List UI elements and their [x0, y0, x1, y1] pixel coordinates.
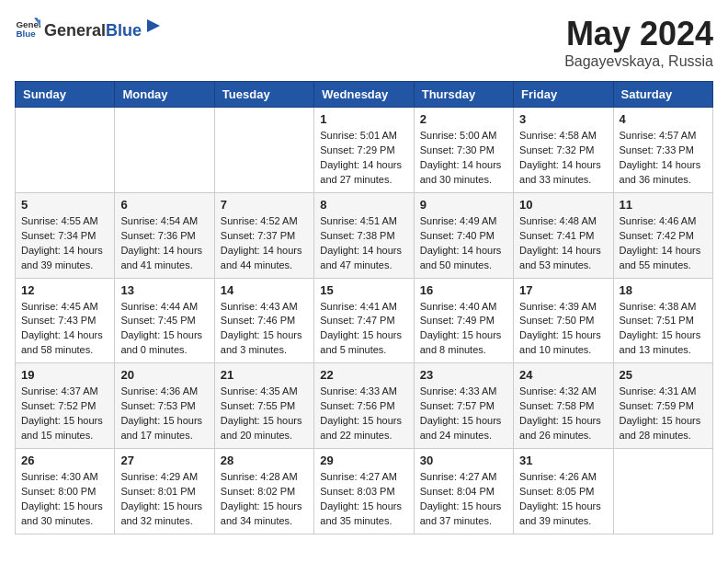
- calendar-cell: [115, 108, 214, 193]
- calendar-cell: 13Sunrise: 4:44 AM Sunset: 7:45 PM Dayli…: [115, 278, 214, 363]
- cell-details: Sunrise: 4:44 AM Sunset: 7:45 PM Dayligh…: [120, 300, 208, 359]
- day-number: 2: [420, 112, 507, 126]
- day-number: 28: [221, 454, 308, 467]
- logo-blue-text: Blue: [106, 21, 142, 40]
- day-number: 13: [120, 283, 208, 297]
- calendar-cell: [16, 108, 115, 193]
- svg-marker-4: [147, 19, 160, 32]
- day-number: 26: [21, 454, 108, 467]
- day-number: 23: [420, 368, 507, 382]
- weekday-header-wednesday: Wednesday: [314, 82, 414, 108]
- cell-details: Sunrise: 4:40 AM Sunset: 7:49 PM Dayligh…: [420, 300, 507, 359]
- weekday-header-monday: Monday: [115, 82, 214, 108]
- day-number: 4: [620, 112, 707, 126]
- day-number: 6: [120, 198, 208, 212]
- cell-details: Sunrise: 4:57 AM Sunset: 7:33 PM Dayligh…: [620, 129, 707, 188]
- cell-details: Sunrise: 4:38 AM Sunset: 7:51 PM Dayligh…: [620, 300, 707, 359]
- cell-details: Sunrise: 4:55 AM Sunset: 7:34 PM Dayligh…: [21, 214, 108, 273]
- day-number: 21: [221, 368, 308, 382]
- calendar-week-row: 5Sunrise: 4:55 AM Sunset: 7:34 PM Daylig…: [16, 192, 713, 278]
- calendar-cell: 30Sunrise: 4:27 AM Sunset: 8:04 PM Dayli…: [414, 449, 513, 534]
- calendar-cell: 21Sunrise: 4:35 AM Sunset: 7:55 PM Dayli…: [214, 363, 313, 449]
- calendar-cell: 17Sunrise: 4:39 AM Sunset: 7:50 PM Dayli…: [514, 278, 613, 363]
- day-number: 27: [120, 454, 208, 467]
- cell-details: Sunrise: 4:27 AM Sunset: 8:03 PM Dayligh…: [320, 470, 407, 529]
- day-number: 14: [221, 283, 308, 297]
- day-number: 9: [420, 198, 507, 212]
- calendar-cell: 1Sunrise: 5:01 AM Sunset: 7:29 PM Daylig…: [314, 108, 414, 193]
- day-number: 7: [221, 198, 308, 212]
- cell-details: Sunrise: 4:30 AM Sunset: 8:00 PM Dayligh…: [21, 470, 108, 529]
- day-number: 20: [120, 368, 208, 382]
- calendar-title: May 2024: [564, 15, 713, 53]
- day-number: 29: [320, 454, 407, 467]
- logo-icon: General Blue: [15, 15, 40, 40]
- cell-details: Sunrise: 4:29 AM Sunset: 8:01 PM Dayligh…: [120, 470, 208, 529]
- day-number: 3: [519, 112, 607, 126]
- calendar-cell: 4Sunrise: 4:57 AM Sunset: 7:33 PM Daylig…: [613, 108, 712, 193]
- weekday-header-thursday: Thursday: [414, 82, 513, 108]
- calendar-cell: 26Sunrise: 4:30 AM Sunset: 8:00 PM Dayli…: [16, 449, 115, 534]
- svg-text:Blue: Blue: [16, 29, 36, 39]
- calendar-cell: 20Sunrise: 4:36 AM Sunset: 7:53 PM Dayli…: [115, 363, 214, 449]
- calendar-cell: 22Sunrise: 4:33 AM Sunset: 7:56 PM Dayli…: [314, 363, 414, 449]
- day-number: 18: [620, 283, 707, 297]
- calendar-cell: 8Sunrise: 4:51 AM Sunset: 7:38 PM Daylig…: [314, 192, 414, 278]
- calendar-cell: 11Sunrise: 4:46 AM Sunset: 7:42 PM Dayli…: [613, 192, 712, 278]
- calendar-cell: 3Sunrise: 4:58 AM Sunset: 7:32 PM Daylig…: [514, 108, 613, 193]
- day-number: 5: [21, 198, 108, 212]
- day-number: 12: [21, 283, 108, 297]
- calendar-table: SundayMondayTuesdayWednesdayThursdayFrid…: [15, 81, 713, 534]
- logo: General Blue General Blue: [15, 15, 164, 40]
- calendar-cell: 31Sunrise: 4:26 AM Sunset: 8:05 PM Dayli…: [514, 449, 613, 534]
- calendar-cell: 14Sunrise: 4:43 AM Sunset: 7:46 PM Dayli…: [214, 278, 313, 363]
- calendar-cell: [613, 449, 712, 534]
- day-number: 1: [320, 112, 407, 126]
- cell-details: Sunrise: 4:27 AM Sunset: 8:04 PM Dayligh…: [420, 470, 507, 529]
- weekday-header-tuesday: Tuesday: [214, 82, 313, 108]
- day-number: 30: [420, 454, 507, 467]
- cell-details: Sunrise: 5:01 AM Sunset: 7:29 PM Dayligh…: [320, 129, 407, 188]
- calendar-week-row: 19Sunrise: 4:37 AM Sunset: 7:52 PM Dayli…: [16, 363, 713, 449]
- calendar-cell: 16Sunrise: 4:40 AM Sunset: 7:49 PM Dayli…: [414, 278, 513, 363]
- day-number: 16: [420, 283, 507, 297]
- logo-general-text: General: [44, 21, 106, 40]
- cell-details: Sunrise: 5:00 AM Sunset: 7:30 PM Dayligh…: [420, 129, 507, 188]
- day-number: 10: [519, 198, 607, 212]
- cell-details: Sunrise: 4:31 AM Sunset: 7:59 PM Dayligh…: [620, 385, 707, 443]
- calendar-cell: 12Sunrise: 4:45 AM Sunset: 7:43 PM Dayli…: [16, 278, 115, 363]
- weekday-header-friday: Friday: [514, 82, 613, 108]
- cell-details: Sunrise: 4:35 AM Sunset: 7:55 PM Dayligh…: [221, 385, 308, 443]
- calendar-week-row: 26Sunrise: 4:30 AM Sunset: 8:00 PM Dayli…: [16, 449, 713, 534]
- calendar-cell: 29Sunrise: 4:27 AM Sunset: 8:03 PM Dayli…: [314, 449, 414, 534]
- calendar-cell: 23Sunrise: 4:33 AM Sunset: 7:57 PM Dayli…: [414, 363, 513, 449]
- logo-arrow-icon: [143, 16, 164, 36]
- day-number: 11: [620, 198, 707, 212]
- calendar-week-row: 1Sunrise: 5:01 AM Sunset: 7:29 PM Daylig…: [16, 108, 713, 193]
- calendar-cell: 7Sunrise: 4:52 AM Sunset: 7:37 PM Daylig…: [214, 192, 313, 278]
- cell-details: Sunrise: 4:48 AM Sunset: 7:41 PM Dayligh…: [519, 214, 607, 273]
- cell-details: Sunrise: 4:46 AM Sunset: 7:42 PM Dayligh…: [620, 214, 707, 273]
- cell-details: Sunrise: 4:28 AM Sunset: 8:02 PM Dayligh…: [221, 470, 308, 529]
- cell-details: Sunrise: 4:41 AM Sunset: 7:47 PM Dayligh…: [320, 300, 407, 359]
- cell-details: Sunrise: 4:54 AM Sunset: 7:36 PM Dayligh…: [120, 214, 208, 273]
- day-number: 17: [519, 283, 607, 297]
- day-number: 31: [519, 454, 607, 467]
- calendar-week-row: 12Sunrise: 4:45 AM Sunset: 7:43 PM Dayli…: [16, 278, 713, 363]
- cell-details: Sunrise: 4:36 AM Sunset: 7:53 PM Dayligh…: [120, 385, 208, 443]
- weekday-header-saturday: Saturday: [613, 82, 712, 108]
- day-number: 15: [320, 283, 407, 297]
- cell-details: Sunrise: 4:33 AM Sunset: 7:57 PM Dayligh…: [420, 385, 507, 443]
- title-block: May 2024 Bagayevskaya, Russia: [564, 15, 713, 70]
- page-header: General Blue General Blue May 2024 Bagay…: [15, 15, 713, 70]
- calendar-cell: 9Sunrise: 4:49 AM Sunset: 7:40 PM Daylig…: [414, 192, 513, 278]
- day-number: 25: [620, 368, 707, 382]
- day-number: 24: [519, 368, 607, 382]
- calendar-cell: 18Sunrise: 4:38 AM Sunset: 7:51 PM Dayli…: [613, 278, 712, 363]
- calendar-cell: 27Sunrise: 4:29 AM Sunset: 8:01 PM Dayli…: [115, 449, 214, 534]
- cell-details: Sunrise: 4:51 AM Sunset: 7:38 PM Dayligh…: [320, 214, 407, 273]
- cell-details: Sunrise: 4:43 AM Sunset: 7:46 PM Dayligh…: [221, 300, 308, 359]
- cell-details: Sunrise: 4:45 AM Sunset: 7:43 PM Dayligh…: [21, 300, 108, 359]
- cell-details: Sunrise: 4:52 AM Sunset: 7:37 PM Dayligh…: [221, 214, 308, 273]
- cell-details: Sunrise: 4:26 AM Sunset: 8:05 PM Dayligh…: [519, 470, 607, 529]
